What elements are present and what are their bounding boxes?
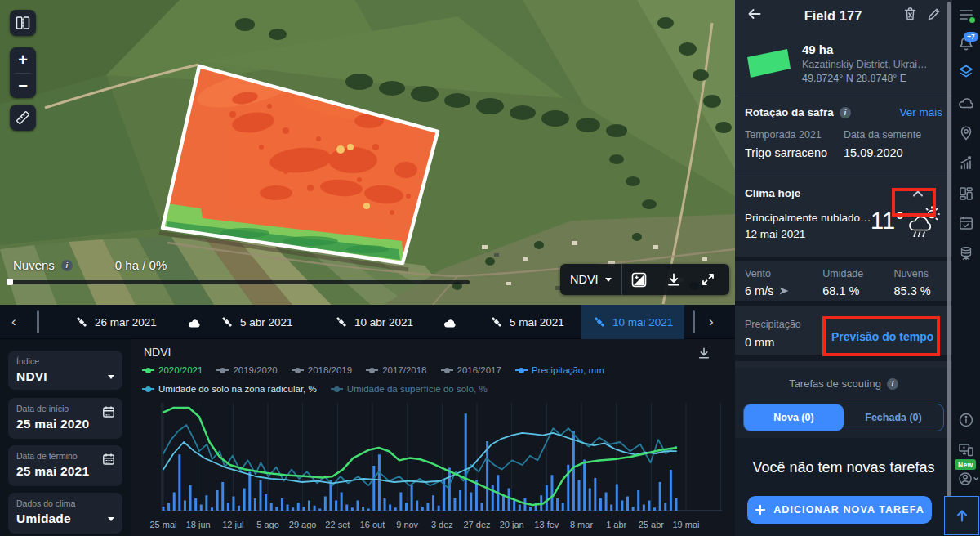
timeline-scene[interactable]: 10 abr 2021 xyxy=(335,305,413,339)
scene-timeline: ‹ 26 mar 2021 5 abr 2021 xyxy=(0,305,735,339)
cloudy-scene[interactable] xyxy=(186,305,202,339)
calendar-icon xyxy=(102,405,115,422)
legend-item[interactable]: 2019/2020 xyxy=(216,365,277,375)
info-icon[interactable] xyxy=(61,260,73,271)
tab-closed-tasks[interactable]: Fechada (0) xyxy=(844,404,943,431)
legend-mark xyxy=(142,388,154,390)
add-task-button[interactable]: ADICIONAR NOVA TAREFA xyxy=(747,496,932,524)
end-date-value: 25 mai 2021 xyxy=(16,464,89,479)
legend-item[interactable]: 2020/2021 xyxy=(142,365,203,375)
timeline-scene[interactable]: 5 mai 2021 xyxy=(490,305,564,339)
field-thumbnail[interactable] xyxy=(745,47,792,80)
legend-mark xyxy=(515,369,528,371)
legend-label: Precipitação, mm xyxy=(532,365,604,375)
info-icon[interactable] xyxy=(840,107,851,118)
cloudy-scene[interactable] xyxy=(442,305,457,339)
legend-label: 2019/2020 xyxy=(233,365,277,375)
panel-scrollbar[interactable] xyxy=(947,2,951,534)
analytics-button[interactable] xyxy=(958,155,974,172)
empty-tasks-message: Você não tem novas tarefas xyxy=(735,459,952,476)
index-layer-dropdown[interactable]: NDVI xyxy=(560,264,621,295)
locations-button[interactable] xyxy=(958,125,974,141)
satellite-icon xyxy=(220,315,234,328)
info-button[interactable] xyxy=(958,412,974,428)
clouds-value: 85.3 % xyxy=(894,284,931,297)
info-icon[interactable] xyxy=(887,378,898,390)
chart-legend-row-1: 2020/2021 2019/2020 2018/2019 2017/2018 … xyxy=(142,365,604,375)
contrast-icon xyxy=(631,272,647,288)
season-planner-button[interactable] xyxy=(958,215,974,231)
svg-text:5 ago: 5 ago xyxy=(256,520,279,529)
zoom-out-button[interactable]: − xyxy=(10,74,36,99)
weather-forecast-link[interactable]: Previsão do tempo xyxy=(831,330,933,343)
fullscreen-button[interactable] xyxy=(691,264,725,295)
timeline-scene[interactable]: 26 mar 2021 xyxy=(75,305,157,339)
cloud-filter-value: 0 ha / 0% xyxy=(115,258,167,272)
legend-item[interactable]: 2018/2019 xyxy=(292,365,352,375)
dashboard-icon xyxy=(958,185,974,202)
tasks-tabs: Nova (0) Fechada (0) xyxy=(743,404,944,431)
satellite-icon xyxy=(593,315,606,328)
climate-data-select[interactable]: Dados do clima Umidade xyxy=(8,493,122,534)
timeline-prev-button[interactable]: ‹ xyxy=(7,305,21,339)
weather-layers-button[interactable] xyxy=(958,96,974,112)
timeline-handle[interactable] xyxy=(37,310,39,333)
trash-icon xyxy=(903,7,917,21)
legend-item[interactable]: Umidade do solo na zona radicular, % xyxy=(142,384,317,394)
wind-direction-icon xyxy=(778,286,790,296)
back-button[interactable] xyxy=(746,6,763,25)
add-task-label: ADICIONAR NOVA TAREFA xyxy=(773,504,924,516)
timeline-scene-selected[interactable]: 10 mai 2021 xyxy=(581,305,684,339)
legend-mark xyxy=(331,388,343,390)
plus-icon xyxy=(755,504,766,516)
timeline-next-button[interactable]: › xyxy=(704,305,719,339)
chart-title: NDVI xyxy=(144,346,171,359)
cloud-filter-label: Nuvens xyxy=(13,258,55,272)
collapse-weather-button[interactable] xyxy=(906,185,929,202)
chevron-down-icon xyxy=(108,375,114,379)
partly-cloudy-rain-icon xyxy=(903,206,941,243)
legend-item[interactable]: 2017/2018 xyxy=(366,365,426,375)
upload-tool-button[interactable] xyxy=(944,496,979,535)
svg-text:9 nov: 9 nov xyxy=(396,520,418,529)
index-select[interactable]: Índice NDVI xyxy=(8,351,122,390)
timeline-scene[interactable]: 5 abr 2021 xyxy=(220,305,293,339)
timeline-handle[interactable] xyxy=(693,310,695,333)
delete-field-button[interactable] xyxy=(903,7,917,25)
whats-new-button[interactable] xyxy=(958,441,974,458)
legend-item[interactable]: Umidade da superfície do solo, % xyxy=(331,384,488,394)
satellite-map[interactable]: + − Nuvens 0 ha / 0% xyxy=(0,0,735,305)
zoom-in-button[interactable]: + xyxy=(10,47,36,73)
slider-handle[interactable] xyxy=(7,279,13,285)
scene-date: 10 mai 2021 xyxy=(612,316,673,328)
see-more-link[interactable]: Ver mais xyxy=(899,106,942,118)
legend-label: 2018/2019 xyxy=(308,365,352,375)
contrast-button[interactable] xyxy=(622,264,657,295)
tab-new-tasks[interactable]: Nova (0) xyxy=(744,404,844,431)
svg-text:1 abr: 1 abr xyxy=(606,520,626,529)
edit-field-button[interactable] xyxy=(927,7,941,25)
svg-text:13 fev: 13 fev xyxy=(534,520,559,529)
data-sync-button[interactable] xyxy=(958,245,974,261)
wind-label: Vento xyxy=(745,268,822,279)
cloud-coverage-slider[interactable] xyxy=(8,280,470,284)
download-image-button[interactable] xyxy=(657,264,691,295)
dashboard-button[interactable] xyxy=(958,185,974,202)
pencil-icon xyxy=(927,7,941,21)
legend-item[interactable]: 2016/2017 xyxy=(441,365,501,375)
ndvi-plot[interactable]: 25 mai18 jun12 jul5 ago29 ago22 set16 ou… xyxy=(131,396,735,536)
measure-button[interactable] xyxy=(10,105,36,131)
chart-download-button[interactable] xyxy=(697,346,710,363)
download-icon xyxy=(666,272,681,287)
cloud-coverage-control: Nuvens 0 ha / 0% xyxy=(0,258,490,284)
legend-item[interactable]: Precipitação, mm xyxy=(515,365,604,375)
end-date-field[interactable]: Data de término 25 mai 2021 xyxy=(8,445,122,486)
crop-value: Trigo sarraceno xyxy=(745,146,844,159)
start-date-field[interactable]: Data de início 25 mai 2020 xyxy=(8,398,122,439)
svg-text:25 mai: 25 mai xyxy=(149,520,176,529)
calendar-icon xyxy=(102,453,115,469)
account-button[interactable] xyxy=(958,471,979,487)
satellite-icon xyxy=(335,315,348,328)
layers-button[interactable] xyxy=(958,64,974,80)
compare-view-button[interactable] xyxy=(10,10,36,36)
